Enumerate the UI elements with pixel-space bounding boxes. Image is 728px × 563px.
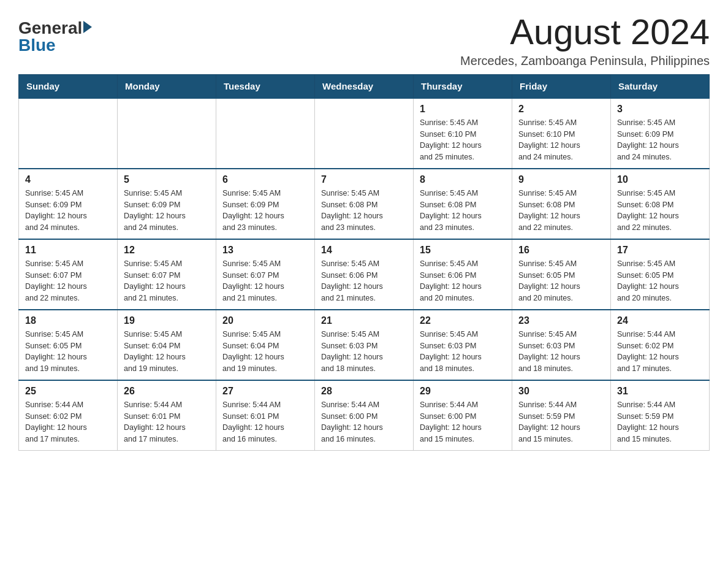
calendar-table: SundayMondayTuesdayWednesdayThursdayFrid… — [18, 74, 710, 451]
day-number: 12 — [124, 245, 210, 256]
calendar-header-monday: Monday — [118, 74, 216, 98]
calendar-cell: 2Sunrise: 5:45 AM Sunset: 6:10 PM Daylig… — [512, 98, 611, 169]
day-info: Sunrise: 5:45 AM Sunset: 6:03 PM Dayligh… — [321, 329, 407, 375]
day-number: 21 — [321, 315, 407, 326]
day-info: Sunrise: 5:44 AM Sunset: 6:01 PM Dayligh… — [124, 399, 210, 445]
calendar-cell: 12Sunrise: 5:45 AM Sunset: 6:07 PM Dayli… — [118, 239, 216, 310]
day-number: 15 — [420, 245, 506, 256]
day-info: Sunrise: 5:45 AM Sunset: 6:09 PM Dayligh… — [25, 188, 111, 234]
day-number: 23 — [518, 315, 604, 326]
calendar-cell: 16Sunrise: 5:45 AM Sunset: 6:05 PM Dayli… — [512, 239, 611, 310]
calendar-header-tuesday: Tuesday — [216, 74, 315, 98]
day-number: 1 — [420, 104, 506, 115]
day-number: 7 — [321, 174, 407, 185]
day-info: Sunrise: 5:45 AM Sunset: 6:09 PM Dayligh… — [222, 188, 308, 234]
calendar-cell: 17Sunrise: 5:45 AM Sunset: 6:05 PM Dayli… — [611, 239, 710, 310]
day-number: 26 — [124, 386, 210, 397]
day-number: 3 — [617, 104, 703, 115]
day-info: Sunrise: 5:44 AM Sunset: 5:59 PM Dayligh… — [617, 399, 703, 445]
day-number: 27 — [222, 386, 308, 397]
day-info: Sunrise: 5:45 AM Sunset: 6:10 PM Dayligh… — [420, 117, 506, 163]
day-info: Sunrise: 5:45 AM Sunset: 6:07 PM Dayligh… — [124, 258, 210, 304]
calendar-week-row: 1Sunrise: 5:45 AM Sunset: 6:10 PM Daylig… — [19, 98, 710, 169]
day-info: Sunrise: 5:45 AM Sunset: 6:04 PM Dayligh… — [222, 329, 308, 375]
day-number: 2 — [518, 104, 604, 115]
calendar-cell: 15Sunrise: 5:45 AM Sunset: 6:06 PM Dayli… — [414, 239, 512, 310]
calendar-cell — [315, 98, 414, 169]
calendar-cell — [19, 98, 118, 169]
logo-blue: Blue — [18, 36, 56, 55]
day-info: Sunrise: 5:45 AM Sunset: 6:06 PM Dayligh… — [420, 258, 506, 304]
day-number: 24 — [617, 315, 703, 326]
calendar-cell: 20Sunrise: 5:45 AM Sunset: 6:04 PM Dayli… — [216, 310, 315, 380]
calendar-cell: 8Sunrise: 5:45 AM Sunset: 6:08 PM Daylig… — [414, 169, 512, 239]
day-number: 17 — [617, 245, 703, 256]
calendar-cell: 4Sunrise: 5:45 AM Sunset: 6:09 PM Daylig… — [19, 169, 118, 239]
day-info: Sunrise: 5:45 AM Sunset: 6:05 PM Dayligh… — [518, 258, 604, 304]
day-info: Sunrise: 5:45 AM Sunset: 6:07 PM Dayligh… — [222, 258, 308, 304]
logo-arrow-icon — [83, 21, 92, 33]
calendar-week-row: 4Sunrise: 5:45 AM Sunset: 6:09 PM Daylig… — [19, 169, 710, 239]
logo: General Blue — [18, 18, 92, 55]
day-number: 31 — [617, 386, 703, 397]
day-info: Sunrise: 5:45 AM Sunset: 6:05 PM Dayligh… — [617, 258, 703, 304]
header: General Blue August 2024 Mercedes, Zambo… — [18, 12, 710, 68]
calendar-week-row: 18Sunrise: 5:45 AM Sunset: 6:05 PM Dayli… — [19, 310, 710, 380]
calendar-cell: 23Sunrise: 5:45 AM Sunset: 6:03 PM Dayli… — [512, 310, 611, 380]
day-number: 8 — [420, 174, 506, 185]
day-info: Sunrise: 5:45 AM Sunset: 6:08 PM Dayligh… — [617, 188, 703, 234]
calendar-cell: 26Sunrise: 5:44 AM Sunset: 6:01 PM Dayli… — [118, 380, 216, 451]
day-info: Sunrise: 5:45 AM Sunset: 6:08 PM Dayligh… — [420, 188, 506, 234]
calendar-cell: 19Sunrise: 5:45 AM Sunset: 6:04 PM Dayli… — [118, 310, 216, 380]
calendar-header-sunday: Sunday — [19, 74, 118, 98]
calendar-cell: 31Sunrise: 5:44 AM Sunset: 5:59 PM Dayli… — [611, 380, 710, 451]
day-number: 22 — [420, 315, 506, 326]
day-info: Sunrise: 5:45 AM Sunset: 6:08 PM Dayligh… — [321, 188, 407, 234]
calendar-header-friday: Friday — [512, 74, 611, 98]
day-number: 14 — [321, 245, 407, 256]
day-number: 18 — [25, 315, 111, 326]
calendar-cell: 9Sunrise: 5:45 AM Sunset: 6:08 PM Daylig… — [512, 169, 611, 239]
calendar-header-saturday: Saturday — [611, 74, 710, 98]
day-info: Sunrise: 5:44 AM Sunset: 6:02 PM Dayligh… — [617, 329, 703, 375]
calendar-header-thursday: Thursday — [414, 74, 512, 98]
calendar-cell: 7Sunrise: 5:45 AM Sunset: 6:08 PM Daylig… — [315, 169, 414, 239]
calendar-cell: 24Sunrise: 5:44 AM Sunset: 6:02 PM Dayli… — [611, 310, 710, 380]
calendar-cell: 6Sunrise: 5:45 AM Sunset: 6:09 PM Daylig… — [216, 169, 315, 239]
calendar-cell: 10Sunrise: 5:45 AM Sunset: 6:08 PM Dayli… — [611, 169, 710, 239]
page-title: August 2024 — [460, 12, 710, 52]
calendar-cell — [118, 98, 216, 169]
day-number: 30 — [518, 386, 604, 397]
day-number: 25 — [25, 386, 111, 397]
calendar-cell: 14Sunrise: 5:45 AM Sunset: 6:06 PM Dayli… — [315, 239, 414, 310]
calendar-cell: 28Sunrise: 5:44 AM Sunset: 6:00 PM Dayli… — [315, 380, 414, 451]
calendar-cell: 18Sunrise: 5:45 AM Sunset: 6:05 PM Dayli… — [19, 310, 118, 380]
day-number: 28 — [321, 386, 407, 397]
calendar-cell: 13Sunrise: 5:45 AM Sunset: 6:07 PM Dayli… — [216, 239, 315, 310]
day-number: 16 — [518, 245, 604, 256]
day-info: Sunrise: 5:45 AM Sunset: 6:08 PM Dayligh… — [518, 188, 604, 234]
day-number: 6 — [222, 174, 308, 185]
day-info: Sunrise: 5:45 AM Sunset: 6:05 PM Dayligh… — [25, 329, 111, 375]
calendar-cell: 3Sunrise: 5:45 AM Sunset: 6:09 PM Daylig… — [611, 98, 710, 169]
calendar-cell: 22Sunrise: 5:45 AM Sunset: 6:03 PM Dayli… — [414, 310, 512, 380]
calendar-cell: 21Sunrise: 5:45 AM Sunset: 6:03 PM Dayli… — [315, 310, 414, 380]
day-number: 9 — [518, 174, 604, 185]
calendar-cell: 11Sunrise: 5:45 AM Sunset: 6:07 PM Dayli… — [19, 239, 118, 310]
calendar-cell: 27Sunrise: 5:44 AM Sunset: 6:01 PM Dayli… — [216, 380, 315, 451]
day-info: Sunrise: 5:45 AM Sunset: 6:04 PM Dayligh… — [124, 329, 210, 375]
day-info: Sunrise: 5:45 AM Sunset: 6:03 PM Dayligh… — [518, 329, 604, 375]
day-number: 19 — [124, 315, 210, 326]
calendar-cell: 1Sunrise: 5:45 AM Sunset: 6:10 PM Daylig… — [414, 98, 512, 169]
day-info: Sunrise: 5:45 AM Sunset: 6:09 PM Dayligh… — [124, 188, 210, 234]
day-number: 20 — [222, 315, 308, 326]
title-area: August 2024 Mercedes, Zamboanga Peninsul… — [460, 12, 710, 68]
day-number: 4 — [25, 174, 111, 185]
day-number: 5 — [124, 174, 210, 185]
day-info: Sunrise: 5:45 AM Sunset: 6:03 PM Dayligh… — [420, 329, 506, 375]
day-info: Sunrise: 5:44 AM Sunset: 6:00 PM Dayligh… — [321, 399, 407, 445]
calendar-cell: 5Sunrise: 5:45 AM Sunset: 6:09 PM Daylig… — [118, 169, 216, 239]
day-info: Sunrise: 5:44 AM Sunset: 6:02 PM Dayligh… — [25, 399, 111, 445]
day-number: 10 — [617, 174, 703, 185]
calendar-header-wednesday: Wednesday — [315, 74, 414, 98]
